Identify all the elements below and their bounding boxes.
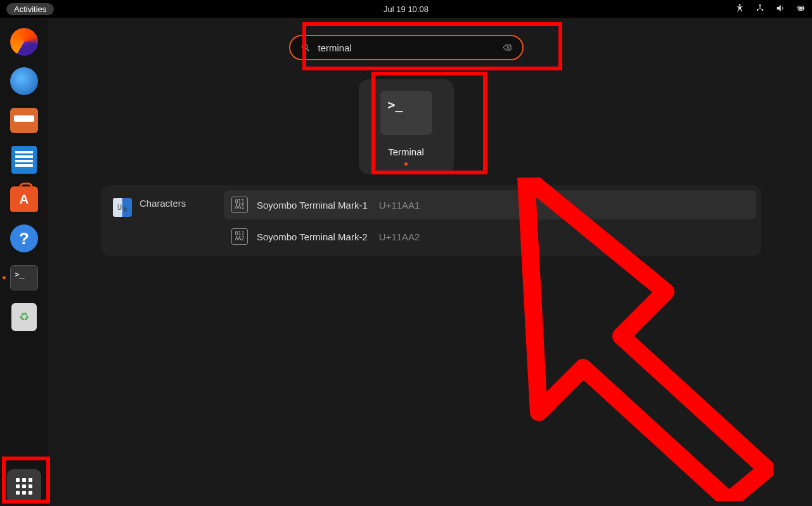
character-glyph-icon: 011AA1	[231, 197, 248, 213]
svg-point-0	[739, 4, 741, 6]
characters-source[interactable]: Ü غ Characters	[106, 190, 217, 251]
dock-item-ubuntu-software[interactable]	[9, 184, 39, 214]
characters-app-icon: Ü غ	[113, 198, 132, 217]
svg-point-7	[302, 44, 307, 49]
dock-item-terminal[interactable]: >_	[9, 263, 39, 293]
characters-source-label: Characters	[139, 198, 186, 209]
character-result-row[interactable]: 011AA1 Soyombo Terminal Mark-1 U+11AA1	[224, 190, 756, 219]
volume-icon[interactable]	[775, 3, 785, 15]
app-result-label: Terminal	[365, 146, 448, 157]
accessibility-icon[interactable]	[735, 3, 745, 15]
svg-rect-6	[799, 7, 802, 10]
running-indicator-icon	[404, 162, 408, 165]
dock-item-thunderbird[interactable]	[9, 66, 39, 96]
svg-rect-5	[804, 7, 804, 9]
dock-item-firefox[interactable]	[9, 27, 39, 57]
battery-icon[interactable]	[796, 3, 806, 15]
search-bar[interactable]	[289, 35, 524, 60]
clock[interactable]: Jul 19 10:08	[383, 4, 429, 14]
clear-search-icon[interactable]	[502, 42, 512, 53]
search-icon	[300, 42, 311, 53]
character-name: Soyombo Terminal Mark-1	[257, 200, 368, 211]
activities-button[interactable]: Activities	[6, 3, 54, 15]
top-bar: Activities Jul 19 10:08	[0, 0, 812, 18]
character-code: U+11AA2	[379, 231, 420, 242]
dock-item-libreoffice-writer[interactable]	[9, 145, 39, 175]
dock-item-files[interactable]	[9, 105, 39, 136]
apps-grid-icon	[16, 478, 32, 495]
search-input[interactable]	[318, 42, 494, 53]
terminal-app-icon: >_	[380, 91, 432, 135]
show-applications-button[interactable]	[7, 469, 41, 503]
character-result-row[interactable]: 011AA2 Soyombo Terminal Mark-2 U+11AA2	[224, 222, 756, 251]
character-name: Soyombo Terminal Mark-2	[257, 231, 368, 242]
character-code: U+11AA1	[379, 200, 420, 211]
characters-results-panel: Ü غ Characters 011AA1 Soyombo Terminal M…	[101, 185, 761, 256]
app-result-terminal[interactable]: >_ Terminal	[359, 79, 454, 174]
network-icon[interactable]	[755, 3, 765, 15]
dock-item-trash[interactable]: ♻	[9, 302, 39, 332]
svg-point-1	[759, 4, 761, 6]
dock: ? >_ ♻	[0, 18, 48, 506]
dock-item-help[interactable]: ?	[9, 223, 39, 254]
character-glyph-icon: 011AA2	[231, 228, 248, 245]
